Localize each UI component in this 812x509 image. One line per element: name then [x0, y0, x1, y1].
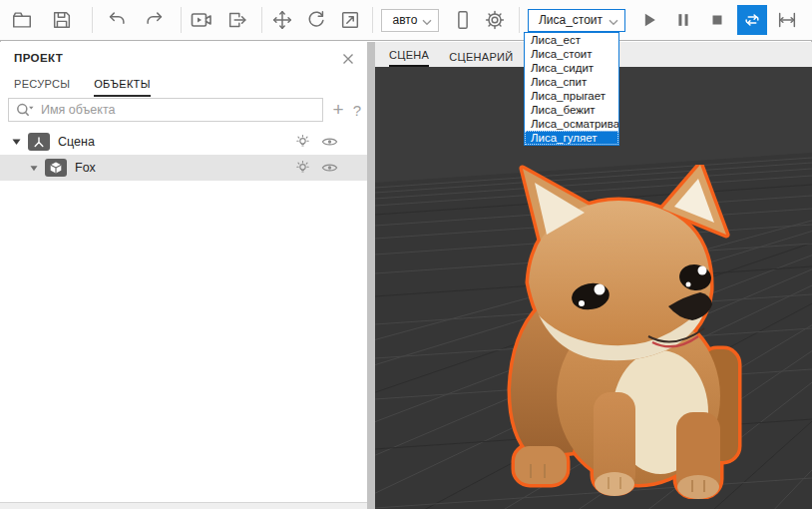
animation-select[interactable]: Лиса_стоит: [528, 9, 625, 32]
save-button[interactable]: [50, 8, 74, 32]
stop-icon: [708, 11, 726, 29]
dropdown-option[interactable]: Лиса_прыгает: [525, 89, 618, 103]
chevron-down-icon: [609, 19, 618, 26]
tab-objects[interactable]: ОБЪЕКТЫ: [94, 78, 150, 97]
play-animation-button[interactable]: [637, 8, 661, 32]
quality-select[interactable]: авто: [381, 9, 439, 32]
tab-scenario[interactable]: СЦЕНАРИЙ: [449, 51, 513, 67]
phone-icon: [452, 9, 474, 31]
highlight-bulb-icon[interactable]: [294, 159, 311, 177]
project-panel: ПРОЕКТ РЕСУРСЫ ОБЪЕКТЫ + ? Сцена: [0, 42, 367, 502]
camera-play-icon: [190, 8, 213, 32]
export-button[interactable]: [225, 8, 249, 32]
run-preview-button[interactable]: [190, 8, 213, 32]
highlight-bulb-icon[interactable]: [294, 133, 311, 151]
toolbar-separator: [519, 7, 520, 33]
loop-icon: [742, 10, 762, 30]
tree-row-fox[interactable]: Fox: [0, 155, 367, 181]
main-toolbar: авто Лиса_стоит: [0, 0, 812, 41]
folder-icon: [11, 9, 33, 31]
toolbar-separator: [92, 7, 93, 33]
application-window: авто Лиса_стоит ПРОЕКТ: [0, 0, 812, 509]
visibility-eye-icon[interactable]: [320, 134, 339, 150]
save-icon: [51, 9, 73, 31]
play-icon: [639, 10, 659, 30]
dropdown-option[interactable]: Лиса_ест: [525, 33, 618, 47]
undo-icon: [106, 9, 128, 31]
animation-dropdown-list: Лиса_ест Лиса_стоит Лиса_сидит Лиса_спит…: [524, 32, 619, 146]
expand-caret-icon[interactable]: [12, 138, 21, 146]
redo-button[interactable]: [143, 8, 167, 32]
toolbar-separator: [261, 7, 262, 33]
stop-animation-button[interactable]: [705, 8, 729, 32]
move-tool-button[interactable]: [270, 8, 294, 32]
fox-model[interactable]: [499, 165, 748, 499]
object-search: [8, 98, 323, 122]
add-object-button[interactable]: +: [329, 98, 347, 122]
loop-animation-button[interactable]: [737, 5, 767, 35]
toolbar-separator: [372, 7, 373, 33]
search-icon[interactable]: [15, 101, 35, 119]
quality-select-value: авто: [393, 13, 418, 27]
help-button[interactable]: ?: [349, 98, 365, 122]
scale-tool-button[interactable]: [338, 8, 362, 32]
tab-resources[interactable]: РЕСУРСЫ: [14, 78, 70, 97]
horizontal-scrollbar[interactable]: [0, 502, 367, 509]
dropdown-option[interactable]: Лиса_осматрива: [525, 117, 618, 131]
cube-icon: [45, 159, 67, 177]
tree-label: Fox: [75, 161, 294, 175]
export-icon: [226, 9, 248, 31]
expand-caret-icon[interactable]: [30, 165, 38, 172]
panel-divider[interactable]: [367, 42, 375, 509]
fit-width-button[interactable]: [775, 8, 799, 32]
dropdown-option-selected[interactable]: Лиса_гуляет: [525, 131, 618, 145]
width-fit-icon: [776, 9, 798, 31]
rotate-tool-button[interactable]: [304, 8, 328, 32]
pause-icon: [673, 10, 693, 30]
tree-label: Сцена: [58, 135, 294, 149]
undo-button[interactable]: [105, 8, 129, 32]
scale-icon: [339, 9, 361, 31]
open-project-button[interactable]: [10, 8, 34, 32]
tree-row-scene[interactable]: Сцена: [0, 129, 367, 155]
tab-scene[interactable]: СЦЕНА: [389, 49, 429, 67]
chevron-down-icon: [422, 19, 432, 26]
close-icon: [342, 53, 354, 65]
dropdown-option[interactable]: Лиса_стоит: [525, 47, 618, 61]
move-icon: [271, 9, 293, 31]
redo-icon: [144, 9, 166, 31]
gear-icon: [484, 9, 506, 31]
scene-axis-icon: [28, 133, 50, 151]
pause-animation-button[interactable]: [671, 8, 695, 32]
search-input[interactable]: [39, 102, 322, 118]
settings-button[interactable]: [483, 8, 507, 32]
dropdown-option[interactable]: Лиса_бежит: [525, 103, 618, 117]
close-panel-button[interactable]: [339, 50, 357, 68]
toolbar-separator: [181, 7, 182, 33]
project-tabbar: РЕСУРСЫ ОБЪЕКТЫ: [14, 78, 151, 97]
animation-select-value: Лиса_стоит: [539, 13, 603, 27]
panel-title: ПРОЕКТ: [14, 52, 63, 64]
rotate-icon: [305, 9, 327, 31]
object-tree: Сцена Fox: [0, 129, 367, 181]
dropdown-option[interactable]: Лиса_спит: [525, 75, 618, 89]
device-mode-button[interactable]: [451, 8, 475, 32]
dropdown-option[interactable]: Лиса_сидит: [525, 61, 618, 75]
visibility-eye-icon[interactable]: [320, 160, 339, 176]
